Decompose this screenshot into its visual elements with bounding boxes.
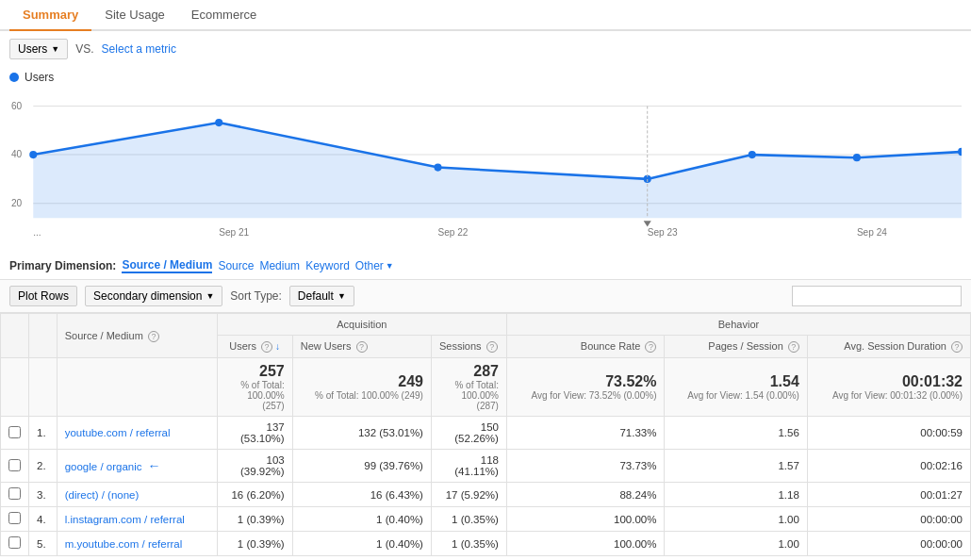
bounce-rate-info-icon[interactable]: ?: [645, 341, 656, 353]
row-source: l.instagram.com / referral: [57, 507, 217, 532]
svg-marker-20: [644, 221, 651, 226]
new-users-info-icon[interactable]: ?: [356, 341, 368, 353]
row-users: 1 (0.39%): [217, 507, 292, 532]
th-bounce-rate[interactable]: Bounce Rate ?: [506, 336, 665, 358]
row-source: youtube.com / referral: [57, 417, 217, 450]
row-pages_session: 1.18: [665, 483, 807, 507]
sort-type-label: Sort Type:: [230, 289, 281, 303]
row-pages_session: 1.57: [665, 450, 807, 483]
total-bounce-rate: 73.52% Avg for View: 73.52% (0.00%): [506, 358, 665, 417]
source-link[interactable]: l.instagram.com / referral: [65, 514, 185, 525]
total-sessions: 287 % of Total: 100.00% (287): [431, 358, 506, 417]
row-sessions: 1 (0.35%): [431, 507, 506, 532]
row-bounce_rate: 100.00%: [506, 532, 665, 556]
row-users: 103 (39.92%): [217, 450, 292, 483]
th-source-medium: Source / Medium ?: [57, 314, 217, 358]
row-avg_session: 00:00:00: [807, 532, 970, 556]
sessions-info-icon[interactable]: ?: [486, 341, 498, 353]
total-rank-cell: [29, 358, 58, 417]
vs-label: VS.: [75, 42, 93, 56]
row-source: (direct) / (none): [57, 483, 217, 507]
tab-site-usage[interactable]: Site Usage: [91, 0, 178, 29]
dim-medium[interactable]: Medium: [259, 259, 300, 272]
svg-point-14: [434, 163, 441, 171]
row-rank: 3.: [29, 483, 58, 507]
sort-type-dropdown[interactable]: Default ▼: [289, 286, 354, 306]
dim-other-dropdown[interactable]: Other ▼: [355, 259, 394, 272]
source-link[interactable]: (direct) / (none): [65, 489, 140, 501]
svg-point-13: [215, 119, 222, 126]
source-link[interactable]: m.youtube.com / referral: [65, 538, 183, 550]
tab-ecommerce[interactable]: Ecommerce: [178, 0, 270, 29]
total-pages-session: 1.54 Avg for View: 1.54 (0.00%): [665, 358, 807, 417]
primary-metric-dropdown[interactable]: Users ▼: [9, 39, 68, 59]
dim-source[interactable]: Source: [218, 259, 254, 272]
row-sessions: 150 (52.26%): [431, 417, 506, 450]
th-sessions[interactable]: Sessions ?: [431, 336, 506, 358]
row-source: google / organic←: [57, 450, 217, 483]
users-legend-dot: [9, 73, 19, 82]
row-4-checkbox[interactable]: [8, 512, 21, 524]
svg-text:60: 60: [11, 100, 23, 110]
row-avg_session: 00:00:59: [807, 417, 970, 450]
row-checkbox-cell: [1, 532, 29, 556]
svg-point-16: [749, 151, 756, 158]
svg-text:Sep 23: Sep 23: [648, 227, 678, 238]
source-link[interactable]: youtube.com / referral: [65, 427, 171, 438]
tab-summary[interactable]: Summary: [9, 0, 91, 31]
row-sessions: 17 (5.92%): [431, 483, 506, 507]
th-behavior: Behavior: [506, 314, 970, 336]
row-avg_session: 00:00:00: [807, 507, 970, 532]
row-source: m.youtube.com / referral: [57, 532, 217, 556]
pages-session-info-icon[interactable]: ?: [788, 341, 799, 353]
primary-dim-label: Primary Dimension:: [9, 259, 116, 272]
users-info-icon[interactable]: ?: [261, 341, 272, 353]
total-avg-session: 00:01:32 Avg for View: 00:01:32 (0.00%): [807, 358, 970, 417]
sort-users-icon[interactable]: ↓: [275, 341, 280, 352]
th-checkbox: [1, 314, 29, 358]
row-new_users: 132 (53.01%): [292, 417, 431, 450]
controls-row: Plot Rows Secondary dimension ▼ Sort Typ…: [0, 279, 971, 313]
dim-keyword[interactable]: Keyword: [305, 259, 350, 272]
row-new_users: 1 (0.40%): [292, 532, 431, 556]
sort-default-label: Default: [298, 289, 334, 303]
row-5-checkbox[interactable]: [8, 536, 21, 549]
th-new-users[interactable]: New Users ?: [292, 336, 431, 358]
svg-text:20: 20: [11, 198, 23, 208]
row-pages_session: 1.00: [665, 507, 807, 532]
chart-area: 60 40 20 ... Sep 21 Sep 22 Sep 23 Sep 24: [0, 88, 971, 253]
row-rank: 4.: [29, 507, 58, 532]
primary-dimension-row: Primary Dimension: Source / Medium Sourc…: [0, 253, 971, 279]
plot-rows-button[interactable]: Plot Rows: [9, 286, 77, 306]
th-users[interactable]: Users ? ↓: [217, 336, 292, 358]
row-checkbox-cell: [1, 417, 29, 450]
source-medium-info-icon[interactable]: ?: [148, 331, 159, 342]
row-3-checkbox[interactable]: [8, 487, 21, 500]
table-row: 2.google / organic←103 (39.92%)99 (39.76…: [1, 450, 971, 483]
secondary-dim-label: Secondary dimension: [93, 289, 202, 303]
row-1-checkbox[interactable]: [8, 426, 21, 438]
row-avg_session: 00:01:27: [807, 483, 970, 507]
total-new-users: 249 % of Total: 100.00% (249): [292, 358, 431, 417]
th-rank: [29, 314, 58, 358]
row-users: 137 (53.10%): [217, 417, 292, 450]
select-metric-link[interactable]: Select a metric: [102, 42, 176, 56]
dim-source-medium[interactable]: Source / Medium: [122, 258, 212, 273]
row-users: 1 (0.39%): [217, 532, 292, 556]
svg-point-17: [853, 154, 861, 161]
row-checkbox-cell: [1, 507, 29, 532]
svg-text:Sep 22: Sep 22: [438, 227, 469, 238]
total-checkbox-cell: [1, 358, 29, 417]
secondary-dimension-dropdown[interactable]: Secondary dimension ▼: [85, 286, 222, 306]
row-sessions: 1 (0.35%): [431, 532, 506, 556]
users-legend-label: Users: [25, 71, 54, 84]
row-arrow-indicator: ←: [148, 458, 161, 473]
row-rank: 2.: [29, 450, 58, 483]
th-avg-session[interactable]: Avg. Session Duration ?: [807, 336, 970, 358]
avg-session-info-icon[interactable]: ?: [951, 341, 963, 353]
sort-arrow-icon: ▼: [337, 291, 346, 301]
source-link[interactable]: google / organic: [65, 461, 142, 472]
row-2-checkbox[interactable]: [8, 459, 21, 471]
search-input[interactable]: [792, 286, 962, 306]
th-pages-session[interactable]: Pages / Session ?: [665, 336, 807, 358]
